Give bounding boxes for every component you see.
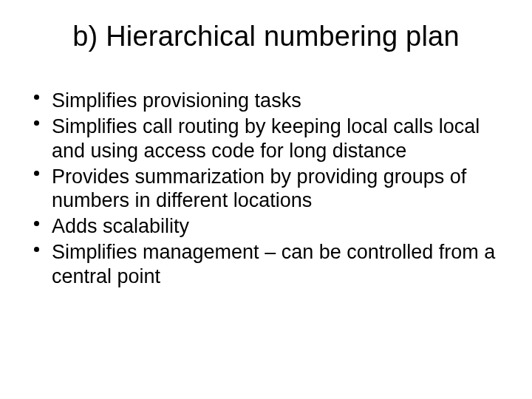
list-item-text: Adds scalability	[52, 215, 189, 237]
slide-title: b) Hierarchical numbering plan	[27, 21, 505, 53]
bullet-icon	[34, 95, 39, 100]
list-item-text: Simplifies provisioning tasks	[52, 89, 301, 112]
bullet-icon	[34, 247, 39, 252]
list-item: Provides summarization by providing grou…	[31, 165, 505, 214]
list-item: Simplifies provisioning tasks	[31, 89, 505, 113]
list-item: Adds scalability	[31, 214, 505, 239]
list-item-text: Provides summarization by providing grou…	[52, 166, 466, 212]
slide: b) Hierarchical numbering plan Simplifie…	[0, 0, 532, 399]
list-item-text: Simplifies call routing by keeping local…	[52, 115, 480, 162]
list-item: Simplifies management – can be controlle…	[31, 240, 505, 289]
list-item: Simplifies call routing by keeping local…	[31, 115, 505, 163]
list-item-text: Simplifies management – can be controlle…	[52, 241, 495, 287]
bullet-list: Simplifies provisioning tasks Simplifies…	[27, 89, 505, 290]
bullet-icon	[34, 171, 39, 176]
bullet-icon	[34, 221, 39, 226]
bullet-icon	[34, 120, 39, 126]
